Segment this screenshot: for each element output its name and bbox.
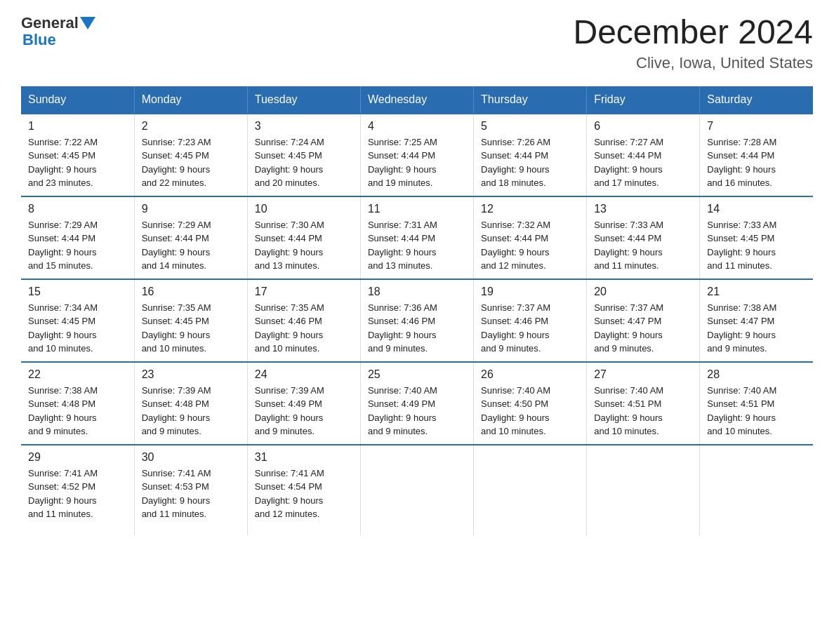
day-info: Sunrise: 7:23 AM Sunset: 4:45 PM Dayligh… (142, 137, 211, 189)
col-header-wednesday: Wednesday (360, 86, 473, 114)
day-number: 13 (594, 203, 692, 215)
day-info: Sunrise: 7:30 AM Sunset: 4:44 PM Dayligh… (255, 220, 324, 271)
day-info: Sunrise: 7:40 AM Sunset: 4:51 PM Dayligh… (594, 385, 663, 437)
day-number: 24 (255, 368, 353, 381)
calendar-cell: 16 Sunrise: 7:35 AM Sunset: 4:45 PM Dayl… (134, 279, 247, 362)
svg-marker-0 (80, 17, 95, 29)
day-number: 7 (707, 120, 806, 133)
day-number: 25 (368, 368, 466, 381)
calendar-cell: 1 Sunrise: 7:22 AM Sunset: 4:45 PM Dayli… (21, 114, 134, 196)
day-info: Sunrise: 7:33 AM Sunset: 4:44 PM Dayligh… (594, 220, 663, 271)
calendar-cell: 21 Sunrise: 7:38 AM Sunset: 4:47 PM Dayl… (700, 279, 813, 362)
week-row-1: 1 Sunrise: 7:22 AM Sunset: 4:45 PM Dayli… (21, 114, 813, 196)
calendar-cell (360, 445, 473, 535)
calendar-cell: 13 Sunrise: 7:33 AM Sunset: 4:44 PM Dayl… (587, 196, 700, 279)
day-number: 9 (142, 203, 240, 215)
day-number: 28 (707, 368, 806, 381)
day-info: Sunrise: 7:41 AM Sunset: 4:54 PM Dayligh… (255, 468, 324, 520)
calendar-cell: 7 Sunrise: 7:28 AM Sunset: 4:44 PM Dayli… (700, 114, 813, 196)
day-number: 18 (368, 286, 466, 298)
col-header-thursday: Thursday (474, 86, 587, 114)
day-number: 6 (594, 120, 692, 133)
week-row-3: 15 Sunrise: 7:34 AM Sunset: 4:45 PM Dayl… (21, 279, 813, 362)
day-info: Sunrise: 7:37 AM Sunset: 4:47 PM Dayligh… (594, 302, 663, 354)
day-number: 1 (28, 120, 127, 133)
day-info: Sunrise: 7:25 AM Sunset: 4:44 PM Dayligh… (368, 137, 437, 189)
day-info: Sunrise: 7:35 AM Sunset: 4:45 PM Dayligh… (142, 302, 211, 354)
day-number: 5 (481, 120, 579, 133)
day-number: 16 (142, 286, 240, 298)
day-info: Sunrise: 7:40 AM Sunset: 4:51 PM Dayligh… (707, 385, 776, 437)
col-header-monday: Monday (134, 86, 247, 114)
day-info: Sunrise: 7:41 AM Sunset: 4:53 PM Dayligh… (142, 468, 211, 520)
calendar-cell: 22 Sunrise: 7:38 AM Sunset: 4:48 PM Dayl… (21, 362, 134, 445)
logo-triangle-icon (80, 17, 95, 32)
calendar-cell: 28 Sunrise: 7:40 AM Sunset: 4:51 PM Dayl… (700, 362, 813, 445)
calendar-cell: 2 Sunrise: 7:23 AM Sunset: 4:45 PM Dayli… (134, 114, 247, 196)
day-number: 11 (368, 203, 466, 215)
calendar-cell: 23 Sunrise: 7:39 AM Sunset: 4:48 PM Dayl… (134, 362, 247, 445)
calendar-cell: 17 Sunrise: 7:35 AM Sunset: 4:46 PM Dayl… (247, 279, 360, 362)
day-number: 31 (255, 451, 353, 464)
calendar-cell: 12 Sunrise: 7:32 AM Sunset: 4:44 PM Dayl… (474, 196, 587, 279)
day-info: Sunrise: 7:39 AM Sunset: 4:48 PM Dayligh… (142, 385, 211, 437)
calendar-cell: 26 Sunrise: 7:40 AM Sunset: 4:50 PM Dayl… (474, 362, 587, 445)
week-row-4: 22 Sunrise: 7:38 AM Sunset: 4:48 PM Dayl… (21, 362, 813, 445)
day-info: Sunrise: 7:33 AM Sunset: 4:45 PM Dayligh… (707, 220, 776, 271)
col-header-tuesday: Tuesday (247, 86, 360, 114)
day-number: 27 (594, 368, 692, 381)
day-info: Sunrise: 7:28 AM Sunset: 4:44 PM Dayligh… (707, 137, 776, 189)
day-number: 10 (255, 203, 353, 215)
day-info: Sunrise: 7:29 AM Sunset: 4:44 PM Dayligh… (142, 220, 211, 271)
calendar-cell: 25 Sunrise: 7:40 AM Sunset: 4:49 PM Dayl… (360, 362, 473, 445)
day-info: Sunrise: 7:26 AM Sunset: 4:44 PM Dayligh… (481, 137, 550, 189)
day-info: Sunrise: 7:41 AM Sunset: 4:52 PM Dayligh… (28, 468, 98, 520)
day-number: 23 (142, 368, 240, 381)
calendar-cell: 20 Sunrise: 7:37 AM Sunset: 4:47 PM Dayl… (587, 279, 700, 362)
calendar-cell: 5 Sunrise: 7:26 AM Sunset: 4:44 PM Dayli… (474, 114, 587, 196)
day-number: 17 (255, 286, 353, 298)
day-info: Sunrise: 7:24 AM Sunset: 4:45 PM Dayligh… (255, 137, 324, 189)
col-header-saturday: Saturday (700, 86, 813, 114)
header: General Blue December 2024 Clive, Iowa, … (21, 14, 813, 72)
week-row-5: 29 Sunrise: 7:41 AM Sunset: 4:52 PM Dayl… (21, 445, 813, 535)
day-number: 3 (255, 120, 353, 133)
day-info: Sunrise: 7:38 AM Sunset: 4:47 PM Dayligh… (707, 302, 776, 354)
calendar-cell (587, 445, 700, 535)
day-number: 30 (142, 451, 240, 464)
calendar-title: December 2024 (573, 14, 813, 51)
title-area: December 2024 Clive, Iowa, United States (573, 14, 813, 72)
calendar-table: SundayMondayTuesdayWednesdayThursdayFrid… (21, 86, 813, 535)
day-info: Sunrise: 7:39 AM Sunset: 4:49 PM Dayligh… (255, 385, 324, 437)
calendar-cell: 9 Sunrise: 7:29 AM Sunset: 4:44 PM Dayli… (134, 196, 247, 279)
day-info: Sunrise: 7:34 AM Sunset: 4:45 PM Dayligh… (28, 302, 98, 354)
day-info: Sunrise: 7:38 AM Sunset: 4:48 PM Dayligh… (28, 385, 98, 437)
day-number: 26 (481, 368, 579, 381)
col-header-friday: Friday (587, 86, 700, 114)
day-info: Sunrise: 7:22 AM Sunset: 4:45 PM Dayligh… (28, 137, 98, 189)
day-info: Sunrise: 7:27 AM Sunset: 4:44 PM Dayligh… (594, 137, 663, 189)
calendar-cell: 27 Sunrise: 7:40 AM Sunset: 4:51 PM Dayl… (587, 362, 700, 445)
day-info: Sunrise: 7:32 AM Sunset: 4:44 PM Dayligh… (481, 220, 550, 271)
day-number: 14 (707, 203, 806, 215)
calendar-cell: 19 Sunrise: 7:37 AM Sunset: 4:46 PM Dayl… (474, 279, 587, 362)
calendar-cell (700, 445, 813, 535)
calendar-cell: 18 Sunrise: 7:36 AM Sunset: 4:46 PM Dayl… (360, 279, 473, 362)
week-row-2: 8 Sunrise: 7:29 AM Sunset: 4:44 PM Dayli… (21, 196, 813, 279)
day-number: 2 (142, 120, 240, 133)
day-number: 29 (28, 451, 127, 464)
calendar-cell (474, 445, 587, 535)
day-number: 21 (707, 286, 806, 298)
calendar-cell: 3 Sunrise: 7:24 AM Sunset: 4:45 PM Dayli… (247, 114, 360, 196)
calendar-cell: 30 Sunrise: 7:41 AM Sunset: 4:53 PM Dayl… (134, 445, 247, 535)
calendar-cell: 31 Sunrise: 7:41 AM Sunset: 4:54 PM Dayl… (247, 445, 360, 535)
calendar-cell: 29 Sunrise: 7:41 AM Sunset: 4:52 PM Dayl… (21, 445, 134, 535)
day-info: Sunrise: 7:37 AM Sunset: 4:46 PM Dayligh… (481, 302, 550, 354)
calendar-cell: 15 Sunrise: 7:34 AM Sunset: 4:45 PM Dayl… (21, 279, 134, 362)
calendar-subtitle: Clive, Iowa, United States (573, 54, 813, 72)
day-number: 8 (28, 203, 127, 215)
logo-general: General (21, 14, 79, 32)
calendar-cell: 8 Sunrise: 7:29 AM Sunset: 4:44 PM Dayli… (21, 196, 134, 279)
day-info: Sunrise: 7:35 AM Sunset: 4:46 PM Dayligh… (255, 302, 324, 354)
day-number: 22 (28, 368, 127, 381)
